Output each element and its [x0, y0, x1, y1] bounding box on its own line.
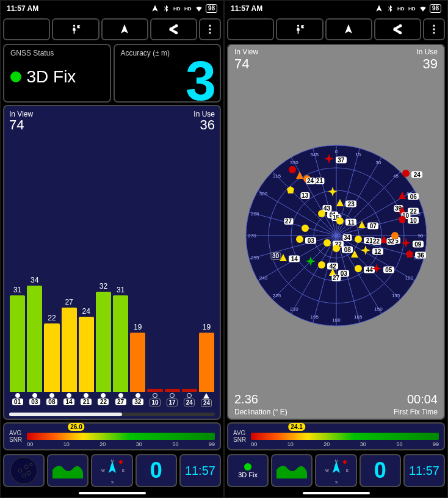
declination-label: Declination (° E): [234, 408, 287, 416]
avg-snr-card[interactable]: AVG SNR 26.0 001020305099: [3, 422, 221, 450]
svg-point-80: [318, 261, 325, 269]
svg-point-2: [209, 32, 211, 34]
more-button[interactable]: [199, 18, 221, 40]
navigation-button[interactable]: [325, 18, 372, 40]
toolbar: [1, 16, 223, 42]
svg-text:135: 135: [391, 293, 400, 298]
sat-id-badge: 24: [184, 399, 195, 406]
svg-point-13: [119, 460, 123, 464]
moon-button[interactable]: [3, 18, 50, 40]
sky-satellite: 24: [402, 169, 410, 180]
avg-snr-card[interactable]: AVG SNR 24.1 001020305099: [227, 422, 445, 450]
snr-gradient-bar: 24.1 001020305099: [251, 433, 439, 440]
snr-bar: [165, 389, 180, 392]
sky-satellite: 13: [300, 189, 309, 200]
snr-label: SNR: [9, 436, 22, 443]
home-indicator[interactable]: [79, 492, 146, 494]
clock-tile[interactable]: 11:57: [403, 454, 445, 487]
sky-satellite: 22: [372, 235, 381, 246]
sat-used-icon: [101, 393, 106, 398]
sky-satellite: 21: [354, 235, 363, 246]
accuracy-card[interactable]: Accuracy (± m) 3: [114, 44, 222, 103]
sat-id-badge: 24: [201, 399, 212, 407]
svg-point-86: [343, 460, 347, 464]
mini-compass-tile[interactable]: NSWE: [315, 454, 356, 487]
sat-used-icon: [84, 393, 89, 398]
signal-icon: HD: [173, 4, 181, 13]
svg-text:15: 15: [355, 152, 361, 157]
bluetooth-icon: [162, 4, 170, 13]
accuracy-value: 3: [186, 54, 216, 109]
snr-bar: [182, 389, 197, 392]
sat-used-icon: [67, 393, 71, 398]
fix-dot-icon: [10, 71, 21, 82]
signal2-icon: HD: [184, 4, 192, 13]
mini-compass-tile[interactable]: NSWE: [91, 454, 132, 487]
mini-map-tile[interactable]: [271, 454, 313, 487]
phone-left: 11:57 AM HD HD 98 GNSS Status: [0, 0, 224, 498]
snr-bar: 31: [10, 295, 25, 392]
snr-bar: [147, 389, 162, 392]
sat-used-icon: [170, 393, 175, 398]
home-indicator[interactable]: [303, 492, 370, 494]
svg-text:S: S: [334, 480, 337, 484]
svg-text:45: 45: [393, 173, 399, 179]
sat-used-icon: [203, 393, 209, 399]
inview-value: 74: [234, 56, 249, 72]
svg-text:165: 165: [354, 314, 363, 320]
svg-point-81: [355, 265, 362, 272]
battery-level: 98: [430, 4, 441, 13]
sat-used-icon: [118, 393, 123, 398]
flag-person-button[interactable]: [276, 18, 323, 40]
sky-satellite: 30: [270, 250, 281, 261]
gnss-label: GNSS Status: [10, 49, 104, 57]
wifi-icon: [419, 4, 427, 13]
avg-label: AVG: [233, 430, 246, 436]
sat-used-icon: [32, 393, 37, 398]
sky-satellite: 12: [361, 245, 370, 258]
snr-bar: 27: [62, 308, 77, 392]
sat-used-icon: [153, 393, 157, 398]
sat-id-badge: 10: [150, 399, 161, 406]
svg-point-72: [318, 210, 325, 217]
mini-fix-tile[interactable]: 3D Fix: [227, 454, 269, 487]
svg-point-14: [433, 25, 435, 27]
gnss-status-card[interactable]: GNSS Status 3D Fix: [3, 44, 111, 103]
snr-bar: 24: [79, 317, 94, 392]
snr-bar: 22: [44, 323, 59, 392]
sky-view-card[interactable]: In View In Use 74 39 0153045607590105120…: [227, 44, 445, 420]
moon-button[interactable]: [227, 18, 274, 40]
navigation-button[interactable]: [101, 18, 148, 40]
sky-satellite: 22: [323, 239, 331, 250]
sat-id-badge: 22: [98, 399, 109, 405]
sky-satellite: 01: [317, 209, 326, 220]
fix-time-label: First Fix Time: [394, 408, 438, 416]
fix-dot-icon: [244, 463, 251, 471]
sky-satellite: 27: [331, 272, 341, 283]
share-button[interactable]: [374, 18, 421, 40]
flag-person-button[interactable]: [52, 18, 99, 40]
signal-icon: HD: [397, 4, 405, 13]
more-button[interactable]: [423, 18, 445, 40]
snr-chart-card[interactable]: In View In Use 74 36 313422272432311919 …: [3, 105, 221, 420]
speed-tile[interactable]: 0: [135, 454, 177, 487]
sky-satellite: 03: [295, 235, 304, 246]
sky-satellite: 44: [354, 264, 363, 275]
mini-map-tile[interactable]: [47, 454, 89, 487]
svg-text:0: 0: [334, 149, 338, 154]
svg-point-78: [323, 239, 331, 247]
sky-satellite: 24: [306, 175, 315, 186]
svg-point-4: [18, 469, 22, 472]
sky-satellite: 08: [332, 244, 341, 255]
clock-tile[interactable]: 11:57: [179, 454, 221, 487]
speed-tile[interactable]: 0: [359, 454, 401, 487]
svg-point-1: [209, 28, 211, 30]
chart-scrollbar[interactable]: [9, 413, 215, 416]
sat-id-badge: 01: [12, 399, 23, 405]
sat-id-badge: 14: [63, 399, 74, 405]
sky-satellite: [350, 250, 359, 261]
sat-id-badge: 21: [81, 399, 92, 405]
share-button[interactable]: [150, 18, 197, 40]
wifi-icon: [195, 4, 203, 13]
mini-radar-tile[interactable]: [3, 454, 45, 487]
